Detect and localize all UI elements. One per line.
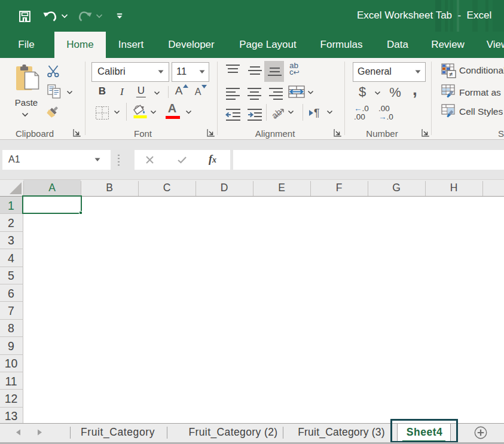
svg-text:¶: ¶ xyxy=(314,107,320,119)
svg-text:ab: ab xyxy=(271,106,283,121)
svg-text:≠: ≠ xyxy=(449,71,453,78)
